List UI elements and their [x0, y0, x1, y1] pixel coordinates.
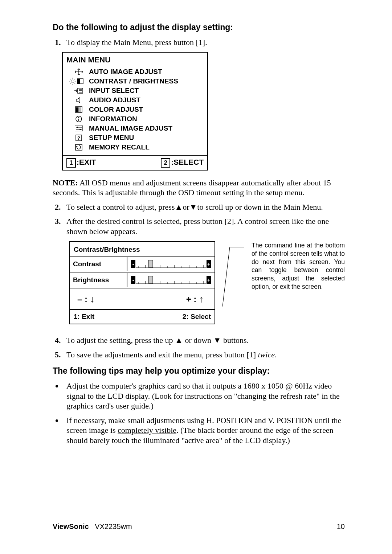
cb-controls: – : ↓ + : ↑	[70, 288, 215, 310]
arrow-up-icon: ↑	[199, 294, 204, 304]
step-4-pre: To adjust the setting, press the up	[66, 336, 175, 345]
main-menu-box: MAIN MENU AUTO IMAGE ADJUST CONTRAST / B…	[62, 52, 208, 171]
menu-item-color-adjust[interactable]: COLOR ADJUST	[66, 105, 204, 114]
footer-brand: ViewSonic	[53, 522, 89, 530]
step-2-pre: To select a control to adjust, press	[66, 202, 175, 212]
footer-model: VX2235wm	[95, 522, 132, 530]
section-heading-1: Do the following to adjust the display s…	[53, 22, 345, 32]
rgb-bars-icon	[66, 106, 86, 114]
triangle-down-icon: ▼	[189, 202, 197, 212]
menu-item-label: INPUT SELECT	[89, 87, 139, 95]
step-2-mid: or	[183, 202, 189, 212]
cb-title: Contrast/Brightness	[70, 242, 215, 257]
cb-minus: – : ↓	[77, 294, 95, 305]
step-2: To select a control to adjust, press▲or▼…	[63, 202, 345, 212]
menu-item-label: AUTO IMAGE ADJUST	[89, 68, 162, 76]
contrast-icon	[77, 77, 83, 85]
main-menu-footer: 1:EXIT 2:SELECT	[63, 155, 207, 170]
exit-label: :EXIT	[77, 158, 96, 166]
note-label: NOTE:	[53, 178, 78, 187]
menu-item-label: COLOR ADJUST	[89, 106, 143, 114]
cb-row-contrast[interactable]: Contrast - +	[70, 257, 215, 272]
callout-connector	[222, 241, 244, 312]
footer-left: ViewSonic VX2235wm	[53, 522, 132, 531]
menu-item-manual-image-adjust[interactable]: MANUAL IMAGE ADJUST	[66, 124, 204, 133]
svg-rect-18	[76, 107, 78, 112]
menu-item-label: MANUAL IMAGE ADJUST	[89, 124, 172, 132]
triangle-down-icon: ▼	[213, 336, 221, 345]
svg-rect-12	[77, 79, 80, 84]
exit-hint: 1:EXIT	[66, 158, 96, 168]
page-footer: ViewSonic VX2235wm 10	[53, 522, 345, 531]
cb-exit: 1: Exit	[74, 313, 94, 321]
svg-line-7	[70, 79, 71, 79]
cb-brightness-label: Brightness	[70, 273, 127, 287]
step-3: After the desired control is selected, p…	[63, 216, 345, 236]
menu-item-label: AUDIO ADJUST	[89, 96, 140, 104]
cb-contrast-label: Contrast	[70, 257, 127, 271]
cb-select: 2: Select	[183, 313, 211, 321]
svg-text:+: +	[207, 277, 210, 283]
svg-line-10	[70, 83, 71, 84]
connector-line-icon	[222, 245, 244, 310]
speaker-icon	[66, 96, 86, 104]
slider-icon: - +	[130, 259, 212, 270]
steps-list-a: To display the Main Menu, press button […	[53, 37, 345, 48]
note-paragraph: NOTE: All OSD menus and adjustment scree…	[53, 178, 345, 198]
menu-item-input-select[interactable]: INPUT SELECT	[66, 86, 204, 95]
menu-item-label: SETUP MENU	[89, 134, 134, 142]
footer-page-number: 10	[337, 522, 345, 531]
cb-row-brightness[interactable]: Brightness - +	[70, 272, 215, 288]
key-1-icon: 1	[66, 158, 76, 168]
step-4: To adjust the setting, press the up ▲ or…	[63, 335, 345, 345]
cb-footer: 1: Exit 2: Select	[70, 310, 215, 324]
cb-contrast-slider[interactable]: - +	[127, 257, 215, 272]
callout-text: The command line at the bottom of the co…	[252, 241, 345, 291]
menu-item-information[interactable]: INFORMATION	[66, 114, 204, 124]
cb-wrapper: Contrast/Brightness Contrast - + Brightn…	[69, 241, 345, 324]
svg-rect-19	[78, 107, 79, 112]
svg-point-26	[77, 127, 78, 128]
menu-item-label: MEMORY RECALL	[89, 143, 150, 151]
menu-item-contrast-brightness[interactable]: CONTRAST / BRIGHTNESS	[66, 77, 204, 86]
svg-line-9	[74, 79, 75, 79]
step-5-post: .	[275, 350, 277, 359]
arrow-down-icon: ↓	[90, 294, 95, 304]
step-5: To save the adjustments and exit the men…	[63, 350, 345, 360]
svg-point-2	[71, 80, 74, 83]
menu-item-setup-menu[interactable]: ? SETUP MENU	[66, 133, 204, 143]
triangle-up-icon: ▲	[175, 202, 183, 212]
step-5-pre: To save the adjustments and exit the men…	[66, 350, 258, 359]
menu-item-label: INFORMATION	[89, 115, 137, 123]
svg-rect-20	[80, 107, 81, 112]
step-4-post: buttons.	[221, 336, 249, 345]
question-box-icon: ?	[66, 134, 86, 142]
tips-list: Adjust the computer's graphics card so t…	[53, 381, 345, 445]
cb-brightness-slider[interactable]: - +	[127, 272, 215, 288]
menu-item-auto-image[interactable]: AUTO IMAGE ADJUST	[66, 67, 204, 77]
main-menu-title: MAIN MENU	[63, 53, 207, 66]
menu-item-memory-recall[interactable]: MEMORY RECALL	[66, 143, 204, 152]
contrast-brightness-box: Contrast/Brightness Contrast - + Brightn…	[69, 241, 215, 324]
cb-plus-label: + :	[186, 294, 197, 304]
menu-item-audio-adjust[interactable]: AUDIO ADJUST	[66, 95, 204, 105]
menu-item-label: CONTRAST / BRIGHTNESS	[89, 77, 178, 85]
svg-text:?: ?	[77, 135, 80, 141]
arrows-cross-icon	[66, 68, 86, 76]
note-text: All OSD menus and adjustment screens dis…	[53, 178, 331, 197]
svg-line-65	[222, 247, 230, 307]
key-2-icon: 2	[161, 158, 170, 168]
svg-text:-: -	[132, 277, 134, 283]
svg-text:+: +	[207, 261, 210, 267]
section-heading-2: The following tips may help you optimize…	[53, 366, 345, 376]
svg-rect-63	[148, 276, 153, 283]
svg-line-8	[74, 83, 75, 84]
svg-text:-: -	[132, 261, 134, 267]
steps-list-c: To adjust the setting, press the up ▲ or…	[53, 335, 345, 360]
step-5-italic: twice	[258, 350, 275, 359]
steps-list-b: To select a control to adjust, press▲or▼…	[53, 202, 345, 237]
recall-icon	[66, 143, 86, 151]
main-menu-items: AUTO IMAGE ADJUST CONTRAST / BRIGHTNESS …	[63, 66, 207, 155]
select-hint: 2:SELECT	[161, 158, 204, 168]
sun-icon	[69, 77, 76, 85]
